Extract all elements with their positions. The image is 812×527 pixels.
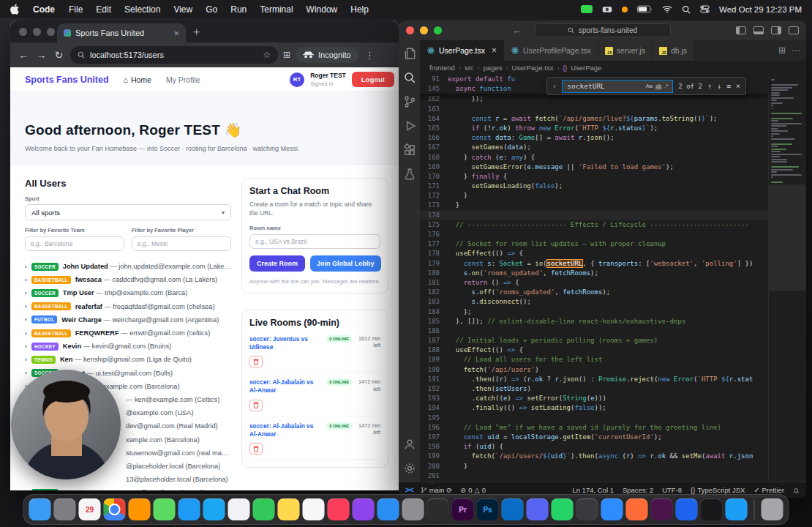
command-center[interactable]: sports-fans-united: [535, 23, 671, 37]
dock-postman-icon[interactable]: [626, 498, 648, 520]
close-window-button[interactable]: [19, 28, 27, 36]
menu-terminal[interactable]: Terminal: [253, 4, 299, 15]
find-in-selection-icon[interactable]: ≡: [726, 82, 731, 90]
account-icon[interactable]: [403, 438, 416, 451]
regex-icon[interactable]: .*: [664, 83, 668, 89]
site-brand[interactable]: Sports Fans United: [25, 75, 109, 85]
dock-docker-icon[interactable]: [676, 498, 698, 520]
menu-view[interactable]: View: [167, 4, 199, 15]
menu-clock[interactable]: Wed Oct 29 12:23 PM: [719, 5, 802, 14]
minimap[interactable]: [768, 75, 806, 482]
close-window-button[interactable]: [406, 26, 414, 34]
mic-indicator-icon[interactable]: [622, 7, 628, 12]
minimap-viewport[interactable]: [769, 184, 806, 291]
zoom-window-button[interactable]: [47, 28, 55, 36]
dock-facetime-icon[interactable]: [253, 498, 275, 520]
dock-discord-icon[interactable]: [527, 498, 549, 520]
dock-premiere-icon[interactable]: Pr: [452, 498, 474, 520]
run-debug-icon[interactable]: [403, 119, 416, 132]
menu-go[interactable]: Go: [199, 4, 224, 15]
new-tab-button[interactable]: +: [193, 26, 200, 39]
dock-photos-icon[interactable]: [228, 498, 250, 520]
dock-safari-icon[interactable]: [203, 498, 225, 520]
breadcrumb-item[interactable]: pages: [484, 64, 503, 72]
browser-window-controls[interactable]: [19, 28, 55, 36]
split-editor-icon[interactable]: ⊞: [778, 45, 786, 56]
player-filter-input[interactable]: [132, 236, 231, 251]
dock-calendar-icon[interactable]: 29: [79, 498, 101, 520]
app-menu[interactable]: Code: [29, 4, 59, 15]
editor-back-icon[interactable]: ←: [512, 25, 522, 36]
find-next-icon[interactable]: ↓: [717, 82, 721, 90]
dock-photoshop-icon[interactable]: Ps: [477, 498, 499, 520]
delete-room-button[interactable]: [249, 356, 263, 367]
dock-reminders-icon[interactable]: [303, 498, 325, 520]
join-global-lobby-button[interactable]: Join Global Lobby: [310, 255, 381, 272]
site-info-icon[interactable]: [78, 51, 85, 59]
delete-room-button[interactable]: [249, 400, 263, 411]
tab-groups-icon[interactable]: ⊞: [283, 50, 290, 60]
nav-home-link[interactable]: ⌂Home: [124, 75, 151, 84]
room-link[interactable]: soccer: Al-Jabalain vs Al-Anwar: [249, 422, 323, 438]
dock-firefox-icon[interactable]: [129, 498, 151, 520]
browser-menu-icon[interactable]: ⋮: [365, 50, 375, 61]
reload-icon[interactable]: ↻: [53, 49, 65, 61]
editor-tab-UserPage.tsx[interactable]: UserPage.tsx×: [420, 40, 504, 61]
formatter-item[interactable]: ✓Prettier: [753, 486, 784, 494]
url-text[interactable]: localhost:5173/users: [90, 51, 257, 59]
match-case-icon[interactable]: Aa: [646, 83, 653, 89]
spotlight-search-icon[interactable]: [682, 5, 691, 14]
language-mode-item[interactable]: {}TypeScript JSX: [691, 486, 745, 494]
dock-whatsapp-icon[interactable]: [552, 498, 574, 520]
dock-zoom-icon[interactable]: [601, 498, 623, 520]
url-bar[interactable]: localhost:5173/users ☆: [70, 46, 278, 64]
find-previous-icon[interactable]: ↑: [707, 82, 712, 90]
editor-tab-UserProfilePage.tsx[interactable]: UserProfilePage.tsx: [504, 40, 598, 61]
menu-edit[interactable]: Edit: [89, 4, 118, 15]
toggle-sidebar-icon[interactable]: [736, 26, 746, 34]
minimize-window-button[interactable]: [420, 26, 428, 34]
breadcrumb-item[interactable]: src: [465, 64, 474, 72]
control-center-icon[interactable]: [700, 4, 710, 14]
editor-tab-db.js[interactable]: JSdb.js: [653, 40, 694, 61]
problems-item[interactable]: ⊘0 △0: [460, 486, 486, 494]
dock-vscode-icon[interactable]: [502, 498, 524, 520]
settings-gear-icon[interactable]: [403, 462, 416, 475]
find-close-icon[interactable]: ×: [736, 82, 740, 90]
extensions-icon[interactable]: [403, 143, 416, 157]
room-name-input[interactable]: [249, 234, 380, 249]
dock-music-icon[interactable]: [328, 498, 350, 520]
zoom-window-button[interactable]: [434, 26, 442, 34]
code-editor[interactable]: 91export default fu145 async function 16…: [420, 75, 806, 482]
dock-messages-icon[interactable]: [154, 498, 176, 520]
create-room-button[interactable]: Create Room: [249, 255, 305, 272]
sport-select[interactable]: All sports ▾: [25, 204, 231, 220]
room-link[interactable]: soccer: Juventus vs Udinese: [249, 335, 323, 351]
minimize-window-button[interactable]: [33, 28, 41, 36]
menu-file[interactable]: File: [62, 4, 89, 15]
screen-record-icon[interactable]: [581, 5, 593, 13]
dock-launchpad-icon[interactable]: [54, 498, 76, 520]
editor-tab-server.js[interactable]: JSserver.js: [598, 40, 653, 61]
remote-indicator[interactable]: ><: [399, 486, 421, 494]
forward-icon[interactable]: →: [35, 49, 48, 61]
customize-layout-icon[interactable]: [789, 26, 799, 34]
apple-menu-icon[interactable]: [10, 4, 20, 15]
vscode-window-controls[interactable]: [406, 26, 442, 34]
menu-selection[interactable]: Selection: [118, 4, 167, 15]
dock-podcasts-icon[interactable]: [353, 498, 375, 520]
tab-close-icon[interactable]: ×: [173, 28, 179, 39]
dock-appstore-icon[interactable]: [377, 498, 399, 520]
sync-icon[interactable]: ⟳: [446, 486, 452, 494]
toggle-secondary-sidebar-icon[interactable]: [771, 26, 781, 34]
dock-keynote-icon[interactable]: [726, 498, 748, 520]
back-icon[interactable]: ←: [18, 49, 30, 61]
explorer-icon[interactable]: [403, 47, 416, 60]
dock-chrome-icon[interactable]: [104, 498, 126, 520]
search-icon[interactable]: [403, 71, 416, 84]
whole-word-icon[interactable]: ab: [655, 83, 661, 89]
wifi-icon[interactable]: [662, 5, 672, 13]
indentation-item[interactable]: Spaces: 2: [623, 486, 653, 494]
nav-profile-link[interactable]: My Profile: [166, 75, 200, 84]
toggle-panel-icon[interactable]: [753, 26, 764, 34]
